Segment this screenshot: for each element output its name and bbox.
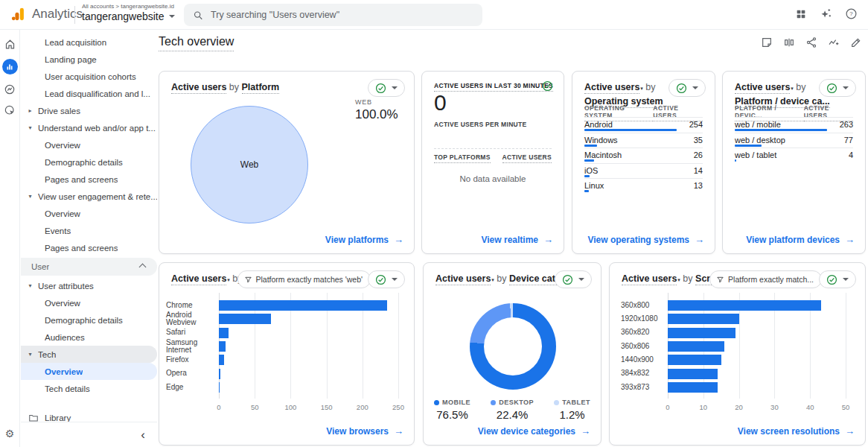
chevron-down-icon: ▾ bbox=[677, 277, 680, 283]
search-bar[interactable] bbox=[184, 4, 482, 26]
sidebar-item-overview[interactable]: Overview bbox=[21, 205, 157, 222]
legend-label: MOBILE bbox=[434, 399, 470, 406]
bar-category-label: 360x800 bbox=[621, 299, 666, 312]
view-platform-devices-link[interactable]: View platform devices→ bbox=[746, 234, 855, 245]
sidebar-item-user[interactable]: User bbox=[21, 258, 157, 276]
axis-tick-label: 10 bbox=[700, 403, 708, 411]
view-browsers-link[interactable]: View browsers→ bbox=[326, 425, 403, 437]
sidebar-item-landing-page[interactable]: Landing page bbox=[21, 51, 157, 68]
data-quality-badge[interactable] bbox=[368, 79, 405, 97]
sidebar-item-overview[interactable]: Overview bbox=[21, 136, 157, 153]
sidebar-item-pages-and-screens[interactable]: Pages and screens bbox=[21, 171, 157, 188]
help-icon[interactable]: ? bbox=[845, 7, 858, 20]
feedback-note-icon[interactable] bbox=[761, 37, 773, 48]
chevron-expanded-icon[interactable]: ▾ bbox=[27, 351, 33, 358]
bar-1440x900 bbox=[668, 355, 721, 365]
analytics-logo-icon bbox=[10, 6, 27, 22]
collapse-sidebar-icon[interactable]: ‹ bbox=[141, 428, 145, 441]
sidebar-item-drive-sales[interactable]: ▸Drive sales bbox=[21, 102, 157, 119]
chevron-collapsed-icon[interactable]: ▸ bbox=[27, 107, 33, 114]
check-circle-icon bbox=[826, 83, 837, 94]
check-circle-icon bbox=[676, 83, 687, 94]
share-icon[interactable] bbox=[805, 37, 817, 48]
card-active-users-by-os: Active users▾ by Operating system OPERAT… bbox=[572, 71, 715, 254]
sidebar-item-label: Pages and screens bbox=[45, 175, 118, 184]
axis-tick-label: 250 bbox=[392, 403, 404, 411]
sidebar-item-understand-web-and-or-app-t[interactable]: ▾Understand web and/or app t... bbox=[21, 119, 157, 136]
view-device-categories-link[interactable]: View device categories→ bbox=[478, 425, 590, 437]
data-quality-badge[interactable] bbox=[819, 79, 856, 97]
sidebar-item-label: Lead acquisition bbox=[45, 38, 106, 47]
card-active-users-by-platform: Active users by Platform Web WEB 100.0% … bbox=[159, 71, 415, 254]
sidebar-item-view-user-engagement-rete[interactable]: ▾View user engagement & rete... bbox=[21, 188, 157, 205]
sidebar-item-label: Pages and screens bbox=[45, 244, 118, 253]
legend-value: 22.4% bbox=[491, 408, 534, 421]
edit-pencil-icon[interactable] bbox=[850, 37, 862, 48]
sidebar-item-pages-and-screens[interactable]: Pages and screens bbox=[21, 239, 157, 256]
platform-filter-chip[interactable]: Platform exactly match... bbox=[709, 270, 822, 288]
row-mini-bar bbox=[584, 175, 590, 177]
check-circle-icon bbox=[826, 274, 837, 285]
sidebar-item-overview[interactable]: Overview bbox=[21, 294, 157, 311]
row-value: 13 bbox=[694, 181, 703, 190]
comparison-icon[interactable] bbox=[783, 37, 795, 48]
card-active-users-by-platform-device: Active users▾ by Platform / device ca...… bbox=[722, 71, 866, 254]
data-quality-badge[interactable] bbox=[368, 270, 405, 288]
sidebar-item-demographic-details[interactable]: Demographic details bbox=[21, 311, 157, 329]
row-label: Linux bbox=[584, 181, 604, 190]
sidebar-item-tech[interactable]: ▾Tech bbox=[21, 346, 157, 363]
row-label: Android bbox=[584, 120, 613, 129]
sidebar-item-user-attributes[interactable]: ▾User attributes bbox=[21, 277, 157, 294]
collapse-section-icon[interactable] bbox=[139, 263, 147, 270]
account-switcher[interactable]: All accounts > tangerangwebsite.id tange… bbox=[82, 3, 175, 22]
chevron-expanded-icon[interactable]: ▾ bbox=[27, 193, 33, 200]
table-row: iOS14 bbox=[584, 163, 703, 179]
chevron-expanded-icon[interactable]: ▾ bbox=[27, 282, 33, 289]
sidebar-item-audiences[interactable]: Audiences bbox=[21, 329, 157, 346]
legend-item-tablet: TABLET1.2% bbox=[554, 399, 590, 421]
apps-grid-icon[interactable] bbox=[795, 8, 807, 20]
axis-tick-label: 200 bbox=[357, 403, 368, 411]
bar-samsung-internet bbox=[219, 341, 226, 352]
chevron-down-icon bbox=[843, 86, 849, 89]
view-screen-resolutions-link[interactable]: View screen resolutions→ bbox=[738, 425, 855, 437]
home-icon[interactable] bbox=[4, 39, 16, 50]
bar-category-label: 1440x900 bbox=[621, 353, 666, 367]
data-quality-badge[interactable] bbox=[542, 80, 553, 95]
check-circle-icon bbox=[375, 83, 386, 94]
sidebar-item-label: User attributes bbox=[38, 282, 94, 291]
search-icon bbox=[193, 10, 203, 21]
bar-360x806 bbox=[668, 341, 724, 352]
sidebar-item-lead-disqualification-and-l[interactable]: Lead disqualification and l... bbox=[21, 85, 157, 102]
chevron-down-icon bbox=[392, 86, 398, 89]
sidebar-item-tech-details[interactable]: Tech details bbox=[21, 380, 157, 397]
sidebar-item-overview[interactable]: Overview bbox=[21, 363, 157, 380]
chevron-expanded-icon[interactable]: ▾ bbox=[27, 124, 33, 131]
sidebar-item-demographic-details[interactable]: Demographic details bbox=[21, 153, 157, 171]
search-input[interactable] bbox=[211, 10, 473, 20]
arrow-right-icon: → bbox=[845, 425, 855, 437]
settings-gear-icon[interactable]: ⚙ bbox=[0, 428, 19, 440]
table-row: web / tablet4 bbox=[735, 148, 853, 163]
row-value: 254 bbox=[689, 120, 703, 129]
sidebar-item-events[interactable]: Events bbox=[21, 222, 157, 239]
sparkle-ai-icon[interactable] bbox=[820, 7, 832, 20]
row-label: web / tablet bbox=[735, 150, 776, 159]
insights-icon[interactable] bbox=[828, 37, 840, 48]
reports-icon[interactable] bbox=[2, 59, 18, 74]
explore-icon[interactable] bbox=[4, 83, 16, 95]
view-platforms-link[interactable]: View platforms→ bbox=[325, 234, 403, 245]
row-mini-bar bbox=[584, 145, 597, 147]
sidebar-item-lead-acquisition[interactable]: Lead acquisition bbox=[21, 34, 157, 51]
bar-category-label: Opera bbox=[166, 367, 216, 380]
data-quality-badge[interactable] bbox=[819, 270, 856, 288]
legend-item-desktop: DESKTOP22.4% bbox=[491, 399, 534, 421]
analytics-logo[interactable]: Analytics bbox=[10, 6, 83, 22]
sidebar-item-user-acquisition-cohorts[interactable]: User acquisition cohorts bbox=[21, 68, 157, 85]
platform-filter-chip[interactable]: Platform exactly matches 'web' bbox=[237, 270, 371, 288]
data-quality-badge[interactable] bbox=[668, 79, 706, 97]
data-quality-badge[interactable] bbox=[555, 270, 592, 288]
advertising-icon[interactable] bbox=[4, 104, 16, 116]
view-operating-systems-link[interactable]: View operating systems→ bbox=[588, 234, 705, 245]
view-realtime-link[interactable]: View realtime→ bbox=[482, 234, 554, 245]
